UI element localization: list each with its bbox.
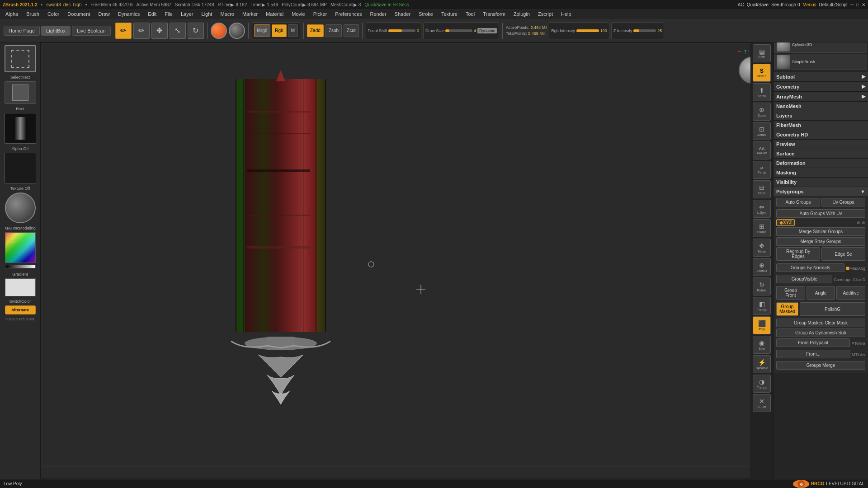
ac-btn[interactable]: AC bbox=[738, 2, 744, 7]
zsub-btn[interactable]: Zsub bbox=[326, 24, 342, 37]
edge-se-btn[interactable]: Edge Se bbox=[821, 247, 865, 261]
zoomd-btn[interactable]: ⊕ ZoomD bbox=[753, 258, 771, 276]
menu-movie[interactable]: Movie bbox=[288, 10, 308, 18]
group-front-btn[interactable]: Group Front bbox=[776, 286, 805, 300]
menu-zscript[interactable]: Zscript bbox=[534, 10, 557, 18]
group-masked-clear-btn[interactable]: Group Masked Clear Mask bbox=[776, 319, 865, 327]
zcut-btn[interactable]: Zcut bbox=[344, 24, 359, 37]
section-subtool-header[interactable]: Subtool ▶ bbox=[774, 72, 868, 81]
move-btn-rt[interactable]: ✥ Move bbox=[753, 239, 771, 257]
window-max[interactable]: □ bbox=[856, 2, 859, 7]
menu-file[interactable]: File bbox=[161, 10, 176, 18]
menu-light[interactable]: Light bbox=[198, 10, 216, 18]
section-surface-header[interactable]: Surface bbox=[774, 149, 868, 158]
m-btn[interactable]: M bbox=[288, 24, 298, 37]
menu-texture[interactable]: Texture bbox=[438, 10, 461, 18]
edit-btn[interactable]: ✏ bbox=[115, 23, 132, 39]
menu-zplugin[interactable]: Zplugin bbox=[510, 10, 533, 18]
zoom-btn[interactable]: ⊕ Zoom bbox=[753, 103, 771, 121]
section-deformation-header[interactable]: Deformation bbox=[774, 159, 868, 168]
group-dynamesh-sub-btn[interactable]: Group As Dynamesh Sub bbox=[776, 328, 865, 337]
lsym-btn[interactable]: ⇔ L.Sym bbox=[753, 200, 771, 218]
menu-render[interactable]: Render bbox=[367, 10, 390, 18]
menu-color[interactable]: Color bbox=[44, 10, 63, 18]
from2-btn[interactable]: From... bbox=[776, 350, 850, 358]
menu-stroke[interactable]: Stroke bbox=[415, 10, 437, 18]
additive-btn[interactable]: Additive bbox=[836, 286, 865, 300]
z-intensity-slider[interactable] bbox=[633, 29, 656, 32]
rotate-btn-rt[interactable]: ↻ Rotate bbox=[753, 277, 771, 296]
solo-btn[interactable]: ◉ Solo bbox=[753, 336, 771, 354]
tab-lightbox[interactable]: LightBox bbox=[41, 26, 71, 36]
menu-transform[interactable]: Transform bbox=[479, 10, 509, 18]
switch-color-btn[interactable] bbox=[5, 278, 36, 296]
uv-groups-btn[interactable]: Uv Groups bbox=[821, 198, 865, 206]
move-btn[interactable]: ✥ bbox=[151, 23, 168, 39]
section-visibility-header[interactable]: Visibility bbox=[774, 178, 868, 187]
rect-tool[interactable] bbox=[5, 81, 36, 104]
window-close[interactable]: ✕ bbox=[862, 2, 865, 7]
rotate-btn[interactable]: ↻ bbox=[188, 23, 204, 39]
merge-similar-btn[interactable]: Merge Similar Groups bbox=[776, 227, 865, 236]
menu-shader[interactable]: Shader bbox=[391, 10, 414, 18]
dynamic-btn-rt[interactable]: ⚡ Dynamic bbox=[753, 355, 771, 373]
angle-btn[interactable]: Angle bbox=[807, 286, 835, 300]
poly-btn[interactable]: ⬛ Poly bbox=[753, 316, 771, 334]
section-arraymesh-header[interactable]: ArrayMesh ▶ bbox=[774, 92, 868, 101]
group-visible-btn[interactable]: GroupVisible bbox=[776, 275, 832, 283]
merge-stray-btn[interactable]: Merge Stray Groups bbox=[776, 237, 865, 246]
menu-marker[interactable]: Marker bbox=[239, 10, 261, 18]
window-min[interactable]: ─ bbox=[850, 2, 854, 7]
from-polypaint-btn[interactable]: From Polypaint bbox=[776, 338, 850, 347]
quicksave-label[interactable]: QuickSave bbox=[747, 2, 769, 7]
draw-btn[interactable]: ✏ bbox=[133, 23, 150, 39]
brp-btn[interactable]: ▤ BRP bbox=[753, 44, 771, 62]
zadd-btn[interactable]: Zadd bbox=[307, 24, 324, 37]
menu-draw[interactable]: Draw bbox=[94, 10, 113, 18]
regroup-edges-btn[interactable]: Regroup By Edges bbox=[776, 247, 820, 261]
scale-btn[interactable]: ⤡ bbox=[170, 23, 186, 39]
group-masked-btn[interactable]: Group Masked bbox=[776, 302, 798, 316]
menu-document[interactable]: Document bbox=[64, 10, 94, 18]
section-geometry-header[interactable]: Geometry ▶ bbox=[774, 82, 868, 91]
menu-alpha[interactable]: Alpha bbox=[2, 10, 22, 18]
material-btn[interactable] bbox=[229, 23, 245, 39]
section-fibermesh-header[interactable]: FiberMesh bbox=[774, 121, 868, 130]
alternate-btn[interactable]: Alternate bbox=[5, 305, 36, 314]
dynamic-badge[interactable]: Dynamic bbox=[477, 28, 497, 33]
tab-live-boolean[interactable]: Live Boolean bbox=[72, 26, 111, 36]
see-through[interactable]: See-through 0 bbox=[771, 2, 800, 7]
section-preview-header[interactable]: Preview bbox=[774, 140, 868, 149]
menu-dynamics[interactable]: Dynamics bbox=[114, 10, 143, 18]
persp-btn[interactable]: P Persp bbox=[753, 161, 771, 179]
color-picker-btn[interactable] bbox=[211, 23, 227, 39]
section-polygroups-header[interactable]: Polygroups ▼ bbox=[774, 187, 868, 196]
transp2-btn[interactable]: ◑ Transp bbox=[753, 375, 771, 393]
material-preview[interactable] bbox=[5, 192, 36, 223]
texture-preview[interactable] bbox=[5, 153, 36, 183]
section-masking-header[interactable]: Masking bbox=[774, 168, 868, 177]
section-layers-header[interactable]: Layers bbox=[774, 111, 868, 120]
auto-groups-uv-btn[interactable]: Auto Groups With Uv bbox=[776, 209, 865, 218]
subtool-simplebrush[interactable]: SimpleBrush bbox=[774, 54, 867, 70]
actual-btn[interactable]: ⊡ Actual bbox=[753, 122, 771, 140]
menu-macro[interactable]: Macro bbox=[217, 10, 238, 18]
menu-preferences[interactable]: Preferences bbox=[331, 10, 365, 18]
menu-help[interactable]: Help bbox=[557, 10, 575, 18]
rgb-intensity-slider[interactable] bbox=[576, 29, 599, 32]
focal-slider[interactable] bbox=[388, 29, 415, 32]
auto-groups-btn[interactable]: Auto Groups bbox=[776, 198, 820, 206]
tab-home[interactable]: Home Page bbox=[4, 26, 40, 36]
scroll-btn[interactable]: ⬆ Scroll bbox=[753, 83, 771, 101]
gradient-strip[interactable] bbox=[5, 265, 36, 268]
spix-btn[interactable]: S SPix 3 bbox=[753, 64, 771, 82]
frame-btn[interactable]: ⊞ Frame bbox=[753, 219, 771, 237]
menus-btn[interactable]: Menus bbox=[802, 2, 816, 7]
section-nanomesh-header[interactable]: NanoMesh bbox=[774, 102, 868, 111]
color-swatch[interactable] bbox=[5, 232, 36, 263]
draw-size-slider[interactable] bbox=[445, 29, 472, 32]
select-rect-tool[interactable] bbox=[5, 45, 36, 72]
mrgb-btn[interactable]: Mrgb bbox=[254, 24, 271, 37]
menu-material[interactable]: Material bbox=[262, 10, 287, 18]
transp-btn[interactable]: ◧ Transp bbox=[753, 297, 771, 315]
